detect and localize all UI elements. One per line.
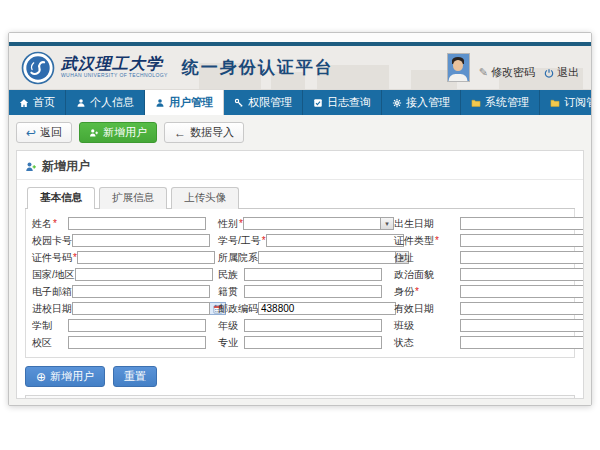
gear-icon (392, 98, 402, 108)
input-campus[interactable] (68, 336, 206, 349)
tab-upload-avatar[interactable]: 上传头像 (171, 187, 239, 209)
field-label: 性别* (218, 217, 243, 231)
required-asterisk: * (415, 286, 419, 297)
input-valid-date[interactable] (460, 302, 584, 315)
column-header: 性别 (286, 397, 386, 400)
input-department[interactable] (258, 251, 396, 264)
form-field-status: 状态 (394, 336, 584, 350)
user-menu: ✎ 修改密码 退出 (447, 53, 579, 82)
form-field-gender: 性别*▾ (218, 217, 394, 231)
nav-item-label: 订阅管理 (564, 95, 592, 110)
select-all-cell (26, 399, 50, 400)
add-user-panel: 新增用户 基本信息扩展信息上传头像 姓名*性别*▾出生日期校园卡号学号/工号*证… (16, 150, 584, 399)
field-label: 姓名* (32, 217, 68, 231)
form-field-email: 电子邮箱 (32, 285, 218, 299)
required-asterisk: * (435, 235, 439, 246)
logout-link[interactable]: 退出 (544, 65, 579, 82)
tab-bar: 基本信息扩展信息上传头像 (25, 186, 575, 209)
nav-item-label: 接入管理 (406, 95, 450, 110)
field-label: 年级 (218, 319, 244, 333)
form-field-ethnicity: 民族 (218, 268, 394, 282)
field-label: 证件类型* (394, 234, 460, 248)
form-field-department: 所属院系▾ (218, 251, 394, 265)
input-enroll-date[interactable] (72, 302, 210, 315)
form-row: 姓名*性别*▾出生日期 (32, 216, 568, 231)
input-ethnicity[interactable] (244, 268, 382, 281)
column-header: 姓名 (186, 397, 286, 400)
nav-item-system-mgmt[interactable]: 系统管理 (461, 90, 540, 115)
form-field-birth-date: 出生日期 (394, 217, 584, 231)
input-postal-code[interactable] (258, 302, 396, 315)
submit-label: 新增用户 (50, 369, 94, 384)
input-class[interactable] (460, 319, 584, 332)
reset-button[interactable]: 重置 (113, 366, 157, 387)
input-grade[interactable] (244, 319, 382, 332)
data-import-label: 数据导入 (190, 125, 234, 140)
input-birth-date[interactable] (460, 217, 584, 230)
add-user-toolbar-label: 新增用户 (103, 125, 147, 140)
input-major[interactable] (244, 336, 382, 349)
form-field-class: 班级 (394, 319, 584, 333)
nav-item-subscription[interactable]: 订阅管理 (540, 90, 592, 115)
add-user-icon (25, 161, 37, 173)
column-header: 学号/工号 (50, 397, 186, 400)
logout-label: 退出 (557, 65, 579, 80)
input-address[interactable] (460, 251, 584, 264)
nav-item-permission[interactable]: 权限管理 (224, 90, 303, 115)
input-name[interactable] (68, 217, 206, 230)
tab-basic-info[interactable]: 基本信息 (27, 187, 95, 209)
chevron-down-icon[interactable]: ▾ (381, 217, 394, 230)
input-native-place[interactable] (244, 285, 382, 298)
back-button[interactable]: ↩ 返回 (16, 122, 72, 143)
home-icon (19, 98, 29, 108)
nav-item-user-mgmt[interactable]: 用户管理 (145, 90, 224, 115)
input-campus-card-no[interactable] (72, 234, 210, 247)
nav-item-label: 用户管理 (169, 95, 213, 110)
field-label: 国家/地区 (32, 268, 75, 282)
input-country-region[interactable] (75, 268, 213, 281)
input-gender[interactable] (243, 217, 381, 230)
power-icon (544, 68, 554, 78)
form-field-address: 住址 (394, 251, 584, 265)
field-label: 校园卡号 (32, 234, 72, 248)
input-student-no[interactable] (266, 234, 404, 247)
form-row: 校园卡号学号/工号*证件类型* (32, 233, 568, 248)
key-icon (234, 98, 244, 108)
add-user-toolbar-button[interactable]: 新增用户 (79, 122, 157, 143)
column-header: 身份 (386, 397, 444, 400)
input-political[interactable] (460, 268, 584, 281)
user-icon (76, 98, 86, 108)
field-label: 出生日期 (394, 217, 460, 231)
field-label: 进校日期 (32, 302, 72, 316)
select-all-checkbox[interactable] (33, 399, 43, 400)
nav-item-label: 首页 (33, 95, 55, 110)
content-area: ↩ 返回 新增用户 ← 数据导入 新增用户 基本信息扩展信息上传头像 姓名*性别… (9, 115, 591, 405)
plus-circle-icon: ⊕ (36, 371, 46, 383)
change-password-link[interactable]: ✎ 修改密码 (479, 65, 535, 82)
field-label: 民族 (218, 268, 244, 282)
data-import-button[interactable]: ← 数据导入 (164, 122, 244, 143)
tab-extended-info[interactable]: 扩展信息 (99, 187, 167, 209)
submit-add-user-button[interactable]: ⊕ 新增用户 (25, 366, 105, 387)
nav-item-access-mgmt[interactable]: 接入管理 (382, 90, 461, 115)
form-field-id-type: 证件类型* (394, 234, 584, 248)
input-id-number[interactable] (77, 251, 215, 264)
nav-item-home[interactable]: 首页 (9, 90, 66, 115)
app-header: 武汉理工大学 WUHAN UNIVERSITY OF TECHNOLOGY 统一… (9, 46, 591, 90)
form-row: 进校日期邮政编码有效日期 (32, 301, 568, 316)
column-header: 操作 (534, 397, 574, 400)
input-id-type[interactable] (460, 234, 584, 247)
nav-item-log-query[interactable]: 日志查询 (303, 90, 382, 115)
form-field-name: 姓名* (32, 217, 218, 231)
input-email[interactable] (72, 285, 210, 298)
input-school-system[interactable] (68, 319, 206, 332)
form-row: 校区专业状态 (32, 335, 568, 350)
input-status[interactable] (460, 336, 584, 349)
form-row: 证件号码*所属院系▾住址 (32, 250, 568, 265)
field-label: 政治面貌 (394, 268, 460, 282)
change-password-label: 修改密码 (491, 65, 535, 80)
avatar-face (453, 60, 463, 71)
nav-item-profile[interactable]: 个人信息 (66, 90, 145, 115)
input-identity[interactable] (460, 285, 584, 298)
form-field-grade: 年级 (218, 319, 394, 333)
